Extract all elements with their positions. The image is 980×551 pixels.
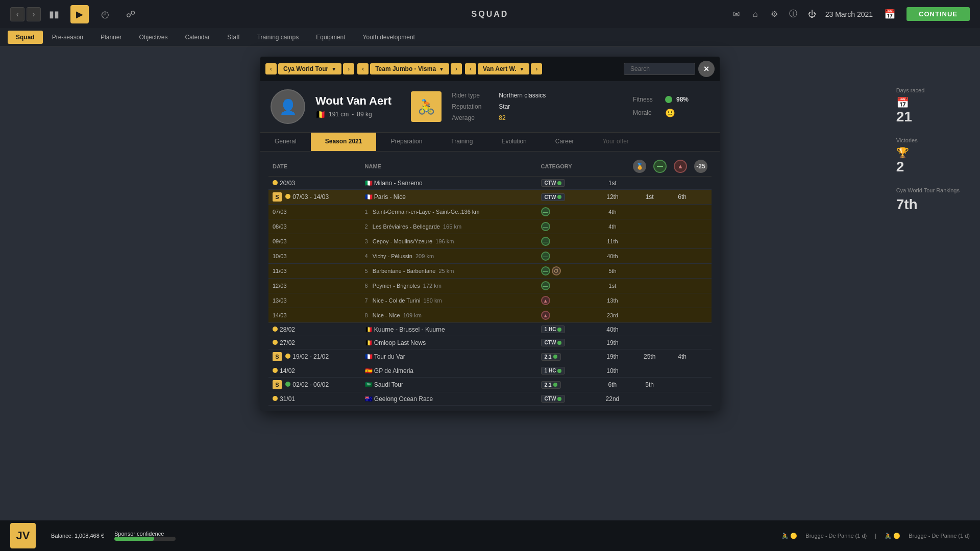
expand-icon-saudi[interactable]: S bbox=[273, 380, 282, 389]
morale-label: Morale bbox=[633, 109, 661, 116]
next-player-button[interactable]: › bbox=[531, 63, 542, 74]
stats-icon[interactable]: ☍ bbox=[121, 5, 140, 23]
continue-button[interactable]: CONTINUE bbox=[906, 7, 970, 21]
rider-type-label: Rider type bbox=[452, 92, 493, 99]
subnav-youth[interactable]: Youth development bbox=[355, 31, 423, 44]
balance-label: Balance bbox=[51, 533, 71, 539]
expand-icon-var[interactable]: S bbox=[273, 352, 282, 361]
squad-icon[interactable]: ▮▮ bbox=[45, 5, 63, 23]
race-rank4 bbox=[697, 177, 712, 190]
race-row-paris-nice[interactable]: S 07/03 - 14/03 🇫🇷 Paris - Nice CTW 12th… bbox=[268, 190, 712, 205]
race-row[interactable]: 27/02 🇧🇪 Omloop Last News CTW 19th bbox=[268, 336, 712, 349]
race-icon: 🚴 🟡 bbox=[781, 533, 797, 539]
player-tabs: General Season 2021 Preparation Training… bbox=[260, 133, 720, 152]
stage-info: 6 Peynier - Brignoles 172 km bbox=[361, 279, 537, 293]
back-button[interactable]: ‹ bbox=[10, 7, 24, 21]
player-info: Wout Van Aert 🇧🇪 191 cm - 89 kg bbox=[315, 94, 401, 119]
info-icon[interactable]: ⓘ bbox=[788, 9, 799, 20]
race-rank4 bbox=[697, 190, 712, 205]
stage-rank: 11th bbox=[593, 234, 632, 249]
world-tour-label: Cya World Tour bbox=[283, 65, 328, 72]
prev-club-button[interactable]: ‹ bbox=[357, 63, 369, 74]
next-club-button[interactable]: › bbox=[451, 63, 462, 74]
race-row[interactable]: 31/01 🇦🇺 Geelong Ocean Race CTW 22nd bbox=[268, 392, 712, 406]
settings-icon[interactable]: ⚙ bbox=[769, 9, 780, 20]
player-weight: 89 kg bbox=[357, 111, 372, 118]
col-date: DATE bbox=[268, 157, 361, 177]
cya-ranking-value: 7th bbox=[896, 196, 960, 213]
stage-icon: — bbox=[537, 234, 593, 249]
fitness-row: Fitness 98% bbox=[633, 96, 709, 103]
stage-icon: — ⏱ bbox=[537, 264, 593, 279]
expand-icon[interactable]: S bbox=[273, 192, 282, 202]
stage-icon: — bbox=[537, 219, 593, 234]
race-category: CTW bbox=[537, 392, 593, 406]
subnav-squad[interactable]: Squad bbox=[8, 31, 43, 44]
stage-rank: 13th bbox=[593, 293, 632, 308]
sub-nav: Squad Pre-season Planner Objectives Cale… bbox=[0, 28, 980, 46]
team-label: Team Jumbo - Visma bbox=[375, 65, 436, 72]
rider-stats: Rider type Northern classics Reputation … bbox=[452, 92, 623, 121]
col-icon-points: — bbox=[653, 160, 667, 173]
tab-training[interactable]: Training bbox=[436, 133, 487, 151]
race-row[interactable]: 28/02 🇧🇪 Kuurne - Brussel - Kuurne 1 HC … bbox=[268, 323, 712, 336]
race-row[interactable]: S 19/02 - 21/02 🇫🇷 Tour du Var 2.1 19th … bbox=[268, 349, 712, 364]
next-team-button[interactable]: › bbox=[343, 63, 354, 74]
player-dash: - bbox=[352, 111, 354, 118]
col-icon-mountain: ▲ bbox=[674, 160, 687, 173]
team-dropdown[interactable]: Team Jumbo - Visma ▼ bbox=[370, 63, 449, 74]
bottom-bar: JV Balance: 1,008,468 € Sponsor confiden… bbox=[0, 520, 980, 551]
calendar-icon[interactable]: 📅 bbox=[880, 5, 899, 23]
race-flag-name: 🇫🇷 Paris - Nice bbox=[361, 190, 537, 205]
tab-your-offer: Your offer bbox=[588, 133, 643, 151]
tab-preparation[interactable]: Preparation bbox=[376, 133, 436, 151]
player-dropdown[interactable]: Van Aert W. ▼ bbox=[478, 63, 529, 74]
close-button[interactable]: × bbox=[698, 61, 715, 77]
race-row[interactable]: 14/02 🇪🇸 GP de Almeria 1 HC 10th bbox=[268, 364, 712, 378]
race-row[interactable]: S 02/02 - 06/02 🇸🇦 Saudi Tour 2.1 6th 5t… bbox=[268, 378, 712, 392]
race-flag-name: 🇧🇪 Omloop Last News bbox=[361, 336, 537, 349]
stage-rank: 5th bbox=[593, 264, 632, 279]
next-race-1: Brugge - De Panne (1 d) bbox=[805, 533, 867, 539]
race-flag-name: 🇧🇪 Kuurne - Brussel - Kuurne bbox=[361, 323, 537, 336]
stage-info: 3 Cepoy - Moulins/Yzeure 196 km bbox=[361, 234, 537, 249]
race-flag-name: 🇦🇺 Geelong Ocean Race bbox=[361, 392, 537, 406]
sponsor-progress-fill bbox=[114, 537, 154, 541]
subnav-preseason[interactable]: Pre-season bbox=[44, 31, 91, 44]
calendar-stat-icon: 📅 bbox=[896, 96, 960, 109]
bell-icon[interactable]: ✉ bbox=[731, 9, 742, 20]
tab-career[interactable]: Career bbox=[541, 133, 589, 151]
race-rank2: 1st bbox=[632, 190, 668, 205]
tab-season[interactable]: Season 2021 bbox=[311, 133, 377, 151]
days-raced-box: Days raced 📅 21 bbox=[896, 87, 960, 125]
search-input[interactable] bbox=[624, 63, 695, 75]
date-display: 23 March 2021 bbox=[825, 10, 873, 18]
race-date: 27/02 bbox=[268, 336, 361, 349]
tab-evolution[interactable]: Evolution bbox=[487, 133, 541, 151]
clock-icon[interactable]: ◴ bbox=[96, 5, 114, 23]
active-tool-icon[interactable]: ▶ bbox=[70, 5, 89, 23]
tab-general[interactable]: General bbox=[260, 133, 311, 151]
home-icon[interactable]: ⌂ bbox=[750, 9, 761, 20]
subnav-planner[interactable]: Planner bbox=[92, 31, 130, 44]
main-area: ‹ Cya World Tour ▼ › ‹ Team Jumbo - Vism… bbox=[0, 46, 980, 520]
subnav-staff[interactable]: Staff bbox=[219, 31, 248, 44]
col-icon-youth: -25 bbox=[694, 160, 707, 173]
stage-date: 11/03 bbox=[268, 264, 361, 279]
rider-stat-col-1: Rider type Northern classics Reputation … bbox=[452, 92, 546, 121]
subnav-calendar[interactable]: Calendar bbox=[177, 31, 218, 44]
stage-date: 12/03 bbox=[268, 279, 361, 293]
subnav-training[interactable]: Training camps bbox=[249, 31, 307, 44]
stage-icon: — bbox=[537, 279, 593, 293]
prev-team-button[interactable]: ‹ bbox=[265, 63, 277, 74]
world-tour-dropdown[interactable]: Cya World Tour ▼ bbox=[278, 63, 341, 74]
subnav-equipment[interactable]: Equipment bbox=[308, 31, 353, 44]
race-rank3: 4th bbox=[668, 349, 697, 364]
subnav-objectives[interactable]: Objectives bbox=[131, 31, 176, 44]
stage-rank: 4th bbox=[593, 219, 632, 234]
fitness-area: Fitness 98% Morale 🙂 bbox=[633, 96, 709, 118]
power-icon[interactable]: ⏻ bbox=[806, 9, 818, 20]
prev-player-button[interactable]: ‹ bbox=[465, 63, 476, 74]
forward-button[interactable]: › bbox=[27, 7, 41, 21]
race-row[interactable]: 20/03 🇮🇹 Milano - Sanremo CTW 1st bbox=[268, 177, 712, 190]
